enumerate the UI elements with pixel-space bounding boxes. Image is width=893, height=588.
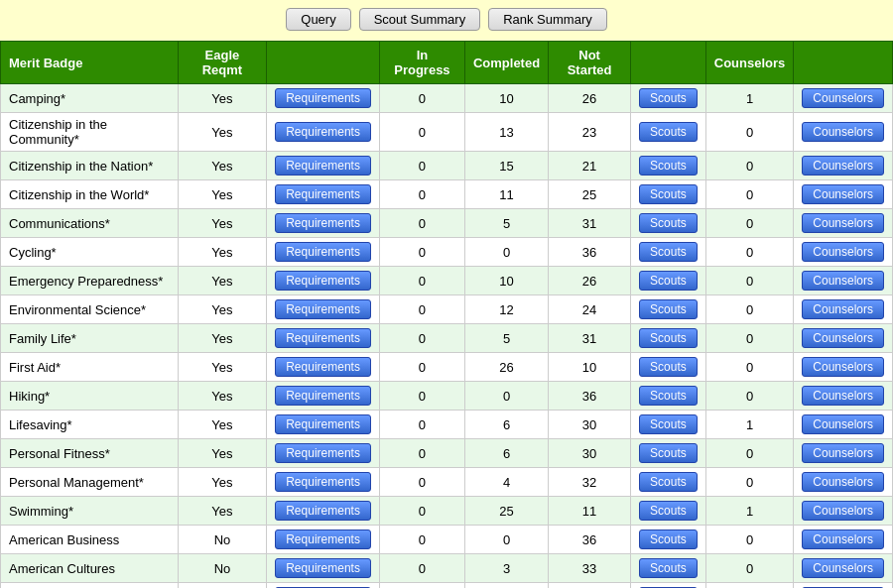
in-progress-count: 0 <box>379 152 464 180</box>
not-started-count: 24 <box>549 295 631 324</box>
counselors-button[interactable]: Counselors <box>802 242 884 262</box>
scouts-button[interactable]: Scouts <box>639 156 698 176</box>
not-started-count: 31 <box>549 209 631 238</box>
requirements-cell: Requirements <box>267 238 380 267</box>
scouts-cell: Scouts <box>631 238 706 267</box>
in-progress-count: 0 <box>379 554 464 583</box>
counselors-button[interactable]: Counselors <box>802 357 884 377</box>
requirements-button[interactable]: Requirements <box>275 357 371 377</box>
requirements-button[interactable]: Requirements <box>275 386 371 406</box>
requirements-button[interactable]: Requirements <box>275 299 371 319</box>
requirements-button[interactable]: Requirements <box>275 529 371 549</box>
requirements-cell: Requirements <box>267 468 380 497</box>
scouts-cell: Scouts <box>631 209 706 238</box>
not-started-count: 36 <box>549 526 631 554</box>
requirements-button[interactable]: Requirements <box>275 271 371 291</box>
scouts-button[interactable]: Scouts <box>639 122 698 142</box>
requirements-button[interactable]: Requirements <box>275 328 371 348</box>
not-started-count: 26 <box>549 267 631 295</box>
scouts-button[interactable]: Scouts <box>639 501 698 521</box>
requirements-button[interactable]: Requirements <box>275 156 371 176</box>
requirements-cell: Requirements <box>267 324 380 353</box>
counselors-count: 0 <box>705 113 794 152</box>
scouts-button[interactable]: Scouts <box>639 88 698 108</box>
scouts-button[interactable]: Scouts <box>639 299 698 319</box>
requirements-button[interactable]: Requirements <box>275 184 371 204</box>
eagle-reqmt: Yes <box>178 353 266 382</box>
col-header-counselors: Counselors <box>705 42 794 84</box>
counselors-cell: Counselors <box>794 353 893 382</box>
counselors-button[interactable]: Counselors <box>802 184 884 204</box>
counselors-button[interactable]: Counselors <box>802 328 884 348</box>
requirements-button[interactable]: Requirements <box>275 122 371 142</box>
query-button[interactable]: Query <box>286 8 350 31</box>
counselors-button[interactable]: Counselors <box>802 386 884 406</box>
completed-count: 3 <box>464 554 548 583</box>
counselors-button[interactable]: Counselors <box>802 529 884 549</box>
requirements-button[interactable]: Requirements <box>275 558 371 578</box>
badge-name: American Business <box>1 526 179 554</box>
scouts-button[interactable]: Scouts <box>639 558 698 578</box>
in-progress-count: 0 <box>379 526 464 554</box>
col-header-inprogress: In Progress <box>379 42 464 84</box>
eagle-reqmt: Yes <box>178 411 266 439</box>
counselors-button[interactable]: Counselors <box>802 299 884 319</box>
scouts-cell: Scouts <box>631 526 706 554</box>
scouts-button[interactable]: Scouts <box>639 328 698 348</box>
scout-summary-button[interactable]: Scout Summary <box>359 8 480 31</box>
requirements-button[interactable]: Requirements <box>275 88 371 108</box>
scouts-button[interactable]: Scouts <box>639 213 698 233</box>
scouts-button[interactable]: Scouts <box>639 443 698 463</box>
in-progress-count: 0 <box>379 180 464 209</box>
scouts-button[interactable]: Scouts <box>639 529 698 549</box>
scouts-cell: Scouts <box>631 583 706 589</box>
counselors-count: 1 <box>705 411 794 439</box>
not-started-count: 21 <box>549 152 631 180</box>
requirements-cell: Requirements <box>267 497 380 526</box>
counselors-count: 0 <box>705 526 794 554</box>
counselors-button[interactable]: Counselors <box>802 88 884 108</box>
scouts-cell: Scouts <box>631 382 706 411</box>
scouts-cell: Scouts <box>631 180 706 209</box>
scouts-button[interactable]: Scouts <box>639 414 698 434</box>
in-progress-count: 0 <box>379 295 464 324</box>
counselors-button[interactable]: Counselors <box>802 558 884 578</box>
completed-count: 12 <box>464 295 548 324</box>
eagle-reqmt: Yes <box>178 468 266 497</box>
requirements-button[interactable]: Requirements <box>275 242 371 262</box>
counselors-cell: Counselors <box>794 554 893 583</box>
scouts-button[interactable]: Scouts <box>639 271 698 291</box>
table-row: Personal Management*YesRequirements0432S… <box>1 468 893 497</box>
scouts-button[interactable]: Scouts <box>639 242 698 262</box>
scouts-button[interactable]: Scouts <box>639 357 698 377</box>
counselors-button[interactable]: Counselors <box>802 414 884 434</box>
counselors-button[interactable]: Counselors <box>802 501 884 521</box>
counselors-button[interactable]: Counselors <box>802 443 884 463</box>
eagle-reqmt: No <box>178 583 266 589</box>
counselors-button[interactable]: Counselors <box>802 213 884 233</box>
rank-summary-button[interactable]: Rank Summary <box>488 8 607 31</box>
counselors-count: 0 <box>705 554 794 583</box>
counselors-button[interactable]: Counselors <box>802 122 884 142</box>
not-started-count: 23 <box>549 113 631 152</box>
scouts-button[interactable]: Scouts <box>639 472 698 492</box>
requirements-cell: Requirements <box>267 411 380 439</box>
requirements-button[interactable]: Requirements <box>275 213 371 233</box>
requirements-button[interactable]: Requirements <box>275 443 371 463</box>
counselors-button[interactable]: Counselors <box>802 156 884 176</box>
counselors-button[interactable]: Counselors <box>802 472 884 492</box>
scouts-button[interactable]: Scouts <box>639 184 698 204</box>
counselors-button[interactable]: Counselors <box>802 271 884 291</box>
eagle-reqmt: Yes <box>178 497 266 526</box>
requirements-button[interactable]: Requirements <box>275 414 371 434</box>
in-progress-count: 0 <box>379 583 464 589</box>
in-progress-count: 0 <box>379 324 464 353</box>
scouts-cell: Scouts <box>631 554 706 583</box>
not-started-count: 10 <box>549 353 631 382</box>
completed-count: 5 <box>464 209 548 238</box>
requirements-button[interactable]: Requirements <box>275 501 371 521</box>
scouts-button[interactable]: Scouts <box>639 386 698 406</box>
requirements-button[interactable]: Requirements <box>275 472 371 492</box>
not-started-count: 26 <box>549 84 631 113</box>
not-started-count: 30 <box>549 439 631 468</box>
